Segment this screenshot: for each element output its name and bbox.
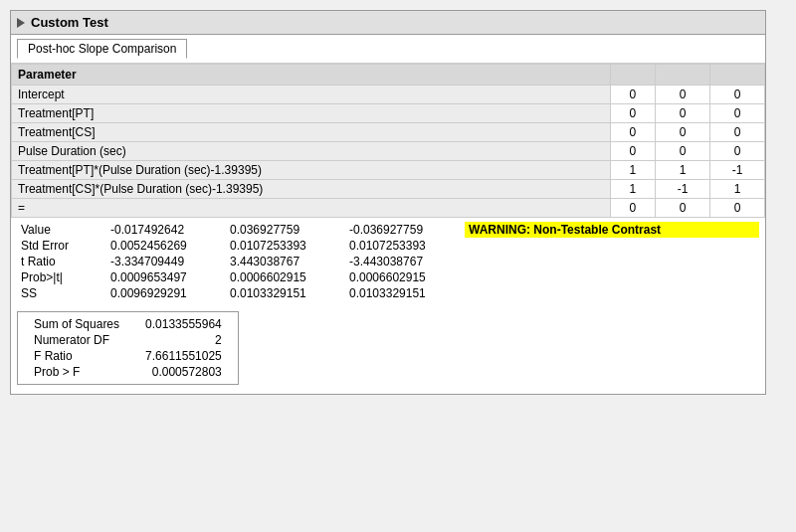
summary-value: 7.6611551025 bbox=[139, 348, 228, 364]
stats-v1: 0.0052456269 bbox=[106, 238, 226, 254]
table-row: Treatment[CS]*(Pulse Duration (sec)-1.39… bbox=[12, 180, 765, 199]
param-cell: Treatment[CS] bbox=[12, 123, 611, 142]
stats-row: SS 0.0096929291 0.0103329151 0.010332915… bbox=[17, 285, 759, 301]
table-row: Treatment[CS] 0 0 0 bbox=[12, 123, 765, 142]
summary-box-container: Sum of Squares 0.0133555964 Numerator DF… bbox=[11, 305, 765, 394]
val2-cell: 0 bbox=[656, 86, 710, 104]
matrix-table: Parameter Intercept 0 0 0 Treatment[PT] … bbox=[11, 64, 765, 218]
stats-v3: -0.036927759 bbox=[345, 222, 465, 238]
stats-v1: -3.334709449 bbox=[106, 254, 226, 269]
val1-cell: 0 bbox=[610, 104, 656, 123]
summary-table: Sum of Squares 0.0133555964 Numerator DF… bbox=[28, 316, 228, 380]
warning-cell: WARNING: Non-Testable Contrast bbox=[465, 222, 759, 238]
stats-v3: 0.0107253393 bbox=[345, 238, 465, 254]
stats-v2: 3.443038767 bbox=[226, 254, 345, 269]
stats-row: Std Error 0.0052456269 0.0107253393 0.01… bbox=[17, 238, 759, 254]
stats-v3: 0.0103329151 bbox=[345, 285, 465, 301]
table-row: Treatment[PT] 0 0 0 bbox=[12, 104, 765, 123]
val3-cell: -1 bbox=[710, 161, 765, 180]
param-cell: Treatment[CS]*(Pulse Duration (sec)-1.39… bbox=[12, 180, 611, 199]
col-header-3 bbox=[710, 65, 765, 86]
col-header-2 bbox=[656, 65, 710, 86]
summary-value: 0.000572803 bbox=[139, 364, 228, 380]
collapse-icon[interactable] bbox=[17, 18, 25, 28]
stats-label: SS bbox=[17, 285, 106, 301]
val1-cell: 0 bbox=[610, 142, 656, 161]
col-header-1 bbox=[610, 65, 656, 86]
stats-v1: 0.0096929291 bbox=[106, 285, 226, 301]
param-cell: Treatment[PT]*(Pulse Duration (sec)-1.39… bbox=[12, 161, 611, 180]
stats-v2: 0.0107253393 bbox=[226, 238, 345, 254]
stats-v2: 0.036927759 bbox=[226, 222, 345, 238]
summary-label: Sum of Squares bbox=[28, 316, 139, 332]
stats-v3: -3.443038767 bbox=[345, 254, 465, 269]
param-cell: Treatment[PT] bbox=[12, 104, 611, 123]
panel-header: Custom Test bbox=[11, 11, 765, 35]
val2-cell: 0 bbox=[656, 142, 710, 161]
stats-v2: 0.0103329151 bbox=[226, 285, 345, 301]
summary-value: 2 bbox=[139, 332, 228, 348]
table-row: Intercept 0 0 0 bbox=[12, 86, 765, 104]
param-cell: Intercept bbox=[12, 86, 611, 104]
summary-row: Prob > F 0.000572803 bbox=[28, 364, 228, 380]
table-row: Pulse Duration (sec) 0 0 0 bbox=[12, 142, 765, 161]
val2-cell: 0 bbox=[656, 104, 710, 123]
summary-label: Prob > F bbox=[28, 364, 139, 380]
stats-v2: 0.0006602915 bbox=[226, 269, 345, 285]
val2-cell: 1 bbox=[656, 161, 710, 180]
val1-cell: 0 bbox=[610, 123, 656, 142]
val3-cell: 1 bbox=[710, 180, 765, 199]
val1-cell: 0 bbox=[610, 199, 656, 218]
stats-section: Value -0.017492642 0.036927759 -0.036927… bbox=[11, 218, 765, 305]
custom-test-panel: Custom Test Post-hoc Slope Comparison Pa… bbox=[10, 10, 766, 395]
val1-cell: 1 bbox=[610, 161, 656, 180]
stats-label: t Ratio bbox=[17, 254, 106, 269]
param-cell: = bbox=[12, 199, 611, 218]
table-row: = 0 0 0 bbox=[12, 199, 765, 218]
val3-cell: 0 bbox=[710, 123, 765, 142]
stats-table: Value -0.017492642 0.036927759 -0.036927… bbox=[17, 222, 759, 301]
param-cell: Pulse Duration (sec) bbox=[12, 142, 611, 161]
stats-label: Std Error bbox=[17, 238, 106, 254]
summary-row: Sum of Squares 0.0133555964 bbox=[28, 316, 228, 332]
summary-row: F Ratio 7.6611551025 bbox=[28, 348, 228, 364]
val3-cell: 0 bbox=[710, 199, 765, 218]
col-header-parameter: Parameter bbox=[12, 65, 611, 86]
stats-label: Prob>|t| bbox=[17, 269, 106, 285]
summary-label: Numerator DF bbox=[28, 332, 139, 348]
val3-cell: 0 bbox=[710, 142, 765, 161]
stats-v1: -0.017492642 bbox=[106, 222, 226, 238]
panel-title: Custom Test bbox=[31, 15, 108, 30]
summary-row: Numerator DF 2 bbox=[28, 332, 228, 348]
table-row: Treatment[PT]*(Pulse Duration (sec)-1.39… bbox=[12, 161, 765, 180]
stats-label: Value bbox=[17, 222, 106, 238]
val1-cell: 0 bbox=[610, 86, 656, 104]
val1-cell: 1 bbox=[610, 180, 656, 199]
stats-row: t Ratio -3.334709449 3.443038767 -3.4430… bbox=[17, 254, 759, 269]
summary-box: Sum of Squares 0.0133555964 Numerator DF… bbox=[17, 311, 239, 385]
val3-cell: 0 bbox=[710, 104, 765, 123]
summary-label: F Ratio bbox=[28, 348, 139, 364]
summary-value: 0.0133555964 bbox=[139, 316, 228, 332]
stats-v3: 0.0006602915 bbox=[345, 269, 465, 285]
stats-row: Value -0.017492642 0.036927759 -0.036927… bbox=[17, 222, 759, 238]
val3-cell: 0 bbox=[710, 86, 765, 104]
tab-post-hoc[interactable]: Post-hoc Slope Comparison bbox=[17, 39, 187, 59]
val2-cell: 0 bbox=[656, 123, 710, 142]
stats-row: Prob>|t| 0.0009653497 0.0006602915 0.000… bbox=[17, 269, 759, 285]
val2-cell: -1 bbox=[656, 180, 710, 199]
tab-bar: Post-hoc Slope Comparison bbox=[11, 35, 765, 64]
val2-cell: 0 bbox=[656, 199, 710, 218]
stats-v1: 0.0009653497 bbox=[106, 269, 226, 285]
